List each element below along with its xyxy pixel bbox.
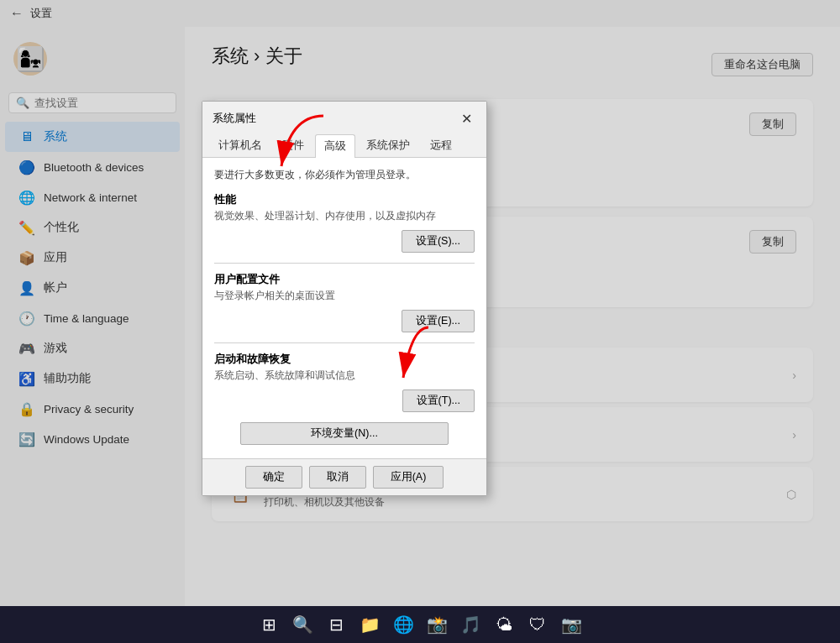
dialog-tab-remote[interactable]: 远程 xyxy=(421,133,461,157)
taskbar-icon-9[interactable]: 📷 xyxy=(558,611,585,638)
env-variables-button[interactable]: 环境变量(N)... xyxy=(240,422,449,445)
user-profiles-desc: 与登录帐户相关的桌面设置 xyxy=(214,289,475,303)
dialog-section-performance: 性能 视觉效果、处理器计划、内存使用，以及虚拟内存 设置(S)... xyxy=(214,192,475,253)
dialog-tabs: 计算机名硬件高级系统保护远程 xyxy=(202,128,486,158)
taskbar: ⊞🔍⊟📁🌐📸🎵🌤🛡📷 xyxy=(0,606,840,643)
dialog-tab-system-protection[interactable]: 系统保护 xyxy=(357,133,419,157)
user-profiles-settings-button[interactable]: 设置(E)... xyxy=(402,310,475,332)
taskbar-icon-5[interactable]: 📸 xyxy=(423,611,450,638)
startup-recovery-settings-button[interactable]: 设置(T)... xyxy=(402,389,475,412)
dialog-tab-computer-name[interactable]: 计算机名 xyxy=(209,133,271,157)
taskbar-icon-0[interactable]: ⊞ xyxy=(255,611,282,638)
dialog-tab-advanced[interactable]: 高级 xyxy=(315,134,355,158)
performance-settings-button[interactable]: 设置(S)... xyxy=(402,230,475,253)
system-properties-dialog: 系统属性 ✕ 计算机名硬件高级系统保护远程 要进行大多数更改，你必须作为管理员登… xyxy=(202,101,487,496)
dialog-footer: 确定取消应用(A) xyxy=(202,458,486,495)
startup-recovery-desc: 系统启动、系统故障和调试信息 xyxy=(214,369,475,383)
taskbar-icon-3[interactable]: 📁 xyxy=(356,611,383,638)
taskbar-icon-7[interactable]: 🌤 xyxy=(491,611,517,638)
dialog-sections: 性能 视觉效果、处理器计划、内存使用，以及虚拟内存 设置(S)... 用户配置文… xyxy=(214,192,475,412)
taskbar-icon-8[interactable]: 🛡 xyxy=(524,611,551,638)
dialog-body: 要进行大多数更改，你必须作为管理员登录。 性能 视觉效果、处理器计划、内存使用，… xyxy=(202,158,486,458)
divider-2 xyxy=(214,342,475,343)
taskbar-icon-2[interactable]: ⊟ xyxy=(323,611,349,638)
dialog-tab-hardware[interactable]: 硬件 xyxy=(273,133,313,157)
performance-title: 性能 xyxy=(214,192,475,207)
dialog-footer-btn-0[interactable]: 确定 xyxy=(245,466,302,489)
dialog-section-user-profiles: 用户配置文件 与登录帐户相关的桌面设置 设置(E)... xyxy=(214,272,475,332)
taskbar-icon-1[interactable]: 🔍 xyxy=(289,611,316,638)
user-profiles-title: 用户配置文件 xyxy=(214,272,475,287)
dialog-footer-btn-2[interactable]: 应用(A) xyxy=(373,466,444,489)
taskbar-icon-4[interactable]: 🌐 xyxy=(390,611,417,638)
dialog-title: 系统属性 xyxy=(213,111,256,126)
performance-desc: 视觉效果、处理器计划、内存使用，以及虚拟内存 xyxy=(214,209,475,223)
dialog-close-button[interactable]: ✕ xyxy=(456,108,476,128)
taskbar-icon-6[interactable]: 🎵 xyxy=(457,611,484,638)
dialog-titlebar: 系统属性 ✕ xyxy=(202,102,486,128)
startup-recovery-title: 启动和故障恢复 xyxy=(214,352,475,367)
divider-1 xyxy=(214,263,475,264)
dialog-footer-btn-1[interactable]: 取消 xyxy=(309,466,366,489)
dialog-section-startup-recovery: 启动和故障恢复 系统启动、系统故障和调试信息 设置(T)... xyxy=(214,352,475,412)
dialog-note: 要进行大多数更改，你必须作为管理员登录。 xyxy=(214,168,475,182)
